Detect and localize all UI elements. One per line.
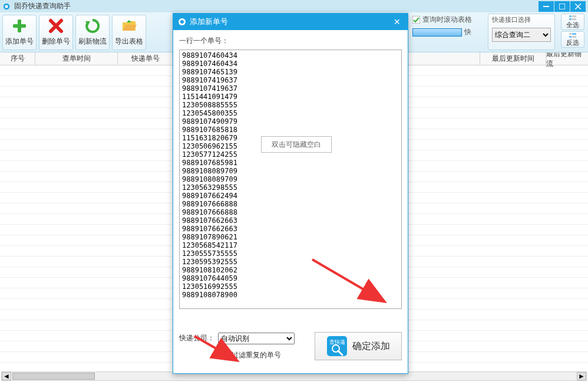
refresh-label: 刷新物流 bbox=[78, 37, 107, 47]
minimize-button[interactable] bbox=[539, 1, 554, 12]
col-tracking-no[interactable]: 快递单号 bbox=[118, 52, 174, 65]
window-buttons bbox=[538, 1, 586, 12]
col-query-time[interactable]: 查单时间 bbox=[35, 52, 118, 65]
company-select[interactable]: 自动识别 bbox=[218, 333, 295, 344]
col-last-update-log[interactable]: 最后更新物流 bbox=[546, 52, 588, 65]
speed-progress[interactable] bbox=[412, 28, 462, 37]
filter-label: 过滤重复的单号 bbox=[232, 350, 281, 360]
delete-number-button[interactable]: 删除单号 bbox=[39, 15, 73, 50]
company-label: 快递公司： bbox=[179, 333, 214, 343]
svg-rect-7 bbox=[13, 24, 26, 28]
add-number-button[interactable]: 添加单号 bbox=[2, 15, 37, 50]
dialog-close-button[interactable]: ✕ bbox=[391, 17, 403, 27]
refresh-button[interactable]: 刷新物流 bbox=[75, 15, 110, 50]
titlebar: 固乔快递查询助手 bbox=[0, 0, 588, 12]
checklist-icon bbox=[569, 15, 576, 21]
confirm-label: 确定添加 bbox=[352, 340, 390, 353]
select-invert-button[interactable]: 反选 bbox=[561, 31, 584, 48]
svg-rect-15 bbox=[572, 15, 576, 17]
svg-rect-3 bbox=[559, 4, 565, 9]
svg-point-22 bbox=[180, 20, 184, 24]
status-bar bbox=[0, 381, 588, 388]
dialog-body: 一行一个单号： 双击可隐藏空白 快递公司： 自动识别 过滤重复的单号 查快递 bbox=[173, 30, 408, 373]
svg-rect-13 bbox=[569, 15, 572, 17]
dialog-titlebar: 添加新单号 ✕ bbox=[173, 14, 408, 30]
dialog-hint: 一行一个单号： bbox=[179, 36, 402, 46]
speed-group: 查询时滚动表格 快 bbox=[412, 15, 483, 37]
dialog-title: 添加新单号 bbox=[190, 17, 391, 27]
dialog-bottom-row: 快递公司： 自动识别 过滤重复的单号 查快递 确定添加 bbox=[179, 327, 402, 365]
invert-icon bbox=[569, 32, 576, 38]
confirm-add-button[interactable]: 查快递 确定添加 bbox=[315, 332, 402, 360]
svg-point-1 bbox=[5, 5, 8, 8]
svg-rect-19 bbox=[572, 33, 576, 35]
svg-rect-17 bbox=[569, 33, 572, 35]
port-group: 快递接口选择 综合查询二 bbox=[488, 14, 555, 50]
close-button[interactable] bbox=[570, 1, 586, 12]
filter-checkbox-icon[interactable] bbox=[220, 351, 228, 359]
export-button[interactable]: 导出表格 bbox=[112, 15, 146, 50]
col-last-update-time[interactable]: 最后更新时间 bbox=[480, 52, 546, 65]
hide-blank-button[interactable]: 双击可隐藏空白 bbox=[261, 136, 332, 153]
svg-rect-12 bbox=[412, 16, 420, 24]
maximize-button[interactable] bbox=[554, 1, 570, 12]
plus-icon bbox=[11, 18, 28, 34]
select-all-label: 全选 bbox=[566, 21, 579, 29]
tracking-numbers-textarea[interactable] bbox=[180, 50, 402, 309]
col-index[interactable]: 序号 bbox=[0, 52, 35, 65]
port-group-title: 快递接口选择 bbox=[492, 15, 551, 24]
select-all-button[interactable]: 全选 bbox=[561, 14, 584, 30]
export-label: 导出表格 bbox=[115, 37, 143, 47]
refresh-icon bbox=[84, 18, 101, 34]
add-label: 添加单号 bbox=[5, 37, 34, 47]
select-invert-label: 反选 bbox=[566, 38, 579, 47]
scroll-thumb[interactable] bbox=[12, 373, 95, 380]
scroll-left-arrow[interactable]: ◄ bbox=[2, 372, 11, 380]
selection-group: 全选 反选 bbox=[561, 14, 584, 48]
x-icon bbox=[48, 18, 64, 34]
app-title: 固乔快递查询助手 bbox=[14, 1, 538, 11]
speed-bar: 快 bbox=[412, 27, 483, 37]
speed-label: 快 bbox=[464, 27, 471, 37]
svg-rect-18 bbox=[569, 36, 572, 38]
scroll-checkbox-row[interactable]: 查询时滚动表格 bbox=[412, 15, 483, 25]
company-row: 快递公司： 自动识别 bbox=[179, 333, 315, 344]
add-number-dialog: 添加新单号 ✕ 一行一个单号： 双击可隐藏空白 快递公司： 自动识别 过滤重复的… bbox=[173, 13, 408, 374]
scroll-ck-label: 查询时滚动表格 bbox=[422, 15, 472, 25]
dialog-icon bbox=[178, 18, 186, 26]
svg-rect-2 bbox=[543, 6, 549, 7]
dialog-bottom-left: 快递公司： 自动识别 过滤重复的单号 bbox=[179, 333, 315, 360]
delete-label: 删除单号 bbox=[42, 37, 70, 47]
app-icon bbox=[2, 2, 11, 11]
svg-rect-20 bbox=[572, 36, 576, 38]
search-express-icon: 查快递 bbox=[326, 336, 348, 357]
svg-rect-14 bbox=[569, 18, 572, 20]
svg-text:查快递: 查快递 bbox=[329, 339, 345, 345]
textarea-wrap: 双击可隐藏空白 bbox=[179, 50, 402, 309]
svg-rect-16 bbox=[572, 18, 576, 20]
port-select[interactable]: 综合查询二 bbox=[492, 28, 551, 42]
scroll-right-arrow[interactable]: ► bbox=[577, 372, 586, 380]
filter-row[interactable]: 过滤重复的单号 bbox=[220, 350, 315, 360]
checkbox-checked-icon bbox=[412, 16, 420, 24]
folder-icon bbox=[121, 18, 137, 34]
